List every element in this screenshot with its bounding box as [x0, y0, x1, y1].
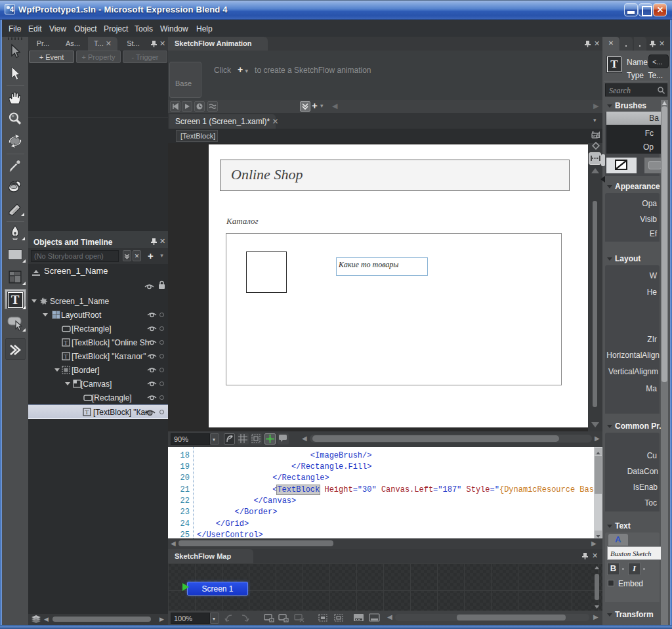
- svg-text:T: T: [85, 409, 89, 416]
- svg-text:T: T: [64, 353, 68, 360]
- svg-text:T: T: [64, 339, 68, 346]
